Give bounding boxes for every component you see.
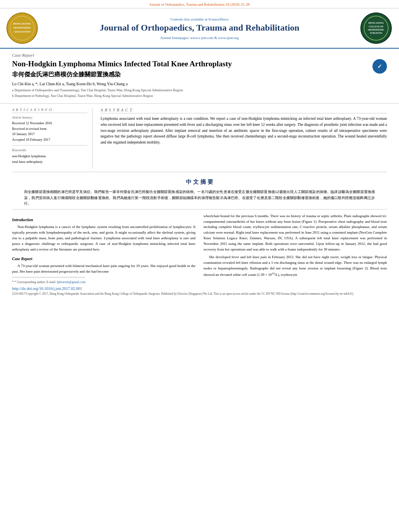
sciencedirect-link[interactable]: ScienceDirect — [208, 17, 228, 21]
article-title-chinese: 非何傑金氏淋巴癌模仿全膝關節置換感染 — [12, 71, 368, 78]
page: Journal of Orthopaedics, Trauma and Reha… — [0, 0, 399, 299]
article-title-english: Non-Hodgkin Lymphoma Mimics Infected Tot… — [12, 59, 368, 69]
cn-abstract-wrapper: 中 文 摘 要 與全膝關節置換相關的淋巴癌是罕見病症。我們報告一家非何傑金氏淋巴… — [0, 172, 399, 209]
cn-abstract-inner: 中 文 摘 要 與全膝關節置換相關的淋巴癌是罕見病症。我們報告一家非何傑金氏淋巴… — [12, 172, 387, 209]
logo-right-icon: HONG KONG COLLEGE OF ORTHOPAEDIC SURGEON… — [360, 12, 392, 44]
corresponding-footnote: * * Corresponding author. E-mail: lphswo… — [12, 280, 195, 285]
homepage-text: Journal homepages: www.e-jotr.com & www.… — [43, 36, 356, 40]
svg-text:ORTHOPAEDIC: ORTHOPAEDIC — [368, 29, 385, 31]
svg-text:COLLEGE OF: COLLEGE OF — [369, 25, 384, 28]
doi-link[interactable]: http://dx.doi.org/10.1016/j.jotr.2017.02… — [12, 286, 82, 291]
crossmark-badge: ✓ — [372, 59, 387, 74]
article-info-header: A R T I C L E I N F O — [12, 108, 87, 113]
body-columns: Introduction Non-Hodgkin lymphoma is a c… — [0, 214, 399, 285]
cn-abstract-text: 與全膝關節置換相關的淋巴癌是罕見病症。我們報告一家非何傑金氏淋巴癌擬仿全膝關節置… — [12, 189, 387, 206]
introduction-title: Introduction — [12, 217, 195, 223]
homepage-link1[interactable]: www.e-jotr.com — [190, 36, 214, 40]
keyword-2: total knee arthroplasty — [12, 159, 87, 164]
top-journal-bar: Journal of Orthopaedics, Trauma and Reha… — [0, 0, 399, 8]
svg-text:HONG KONG: HONG KONG — [13, 22, 31, 25]
journal-title: Journal of Orthopaedics, Trauma and Reha… — [43, 23, 356, 33]
body-left-column: Introduction Non-Hodgkin lymphoma is a c… — [12, 214, 195, 285]
article-info-abstract-columns: A R T I C L E I N F O Article history: R… — [0, 108, 399, 168]
cn-abstract-header: 中 文 摘 要 — [12, 179, 387, 186]
introduction-text: Non-Hodgkin lymphoma is a cancer of the … — [12, 224, 195, 253]
keywords-label: Keywords: — [12, 148, 87, 152]
article-title-block: Non-Hodgkin Lymphoma Mimics Infected Tot… — [12, 59, 368, 82]
affiliations: a Department of Orthopaedics and Traumat… — [12, 88, 387, 99]
article-title-section: Case Report Non-Hodgkin Lymphoma Mimics … — [0, 49, 399, 104]
article-info-section: A R T I C L E I N F O Article history: R… — [12, 108, 87, 164]
homepage-link2[interactable]: www.ejotr.org — [218, 36, 239, 40]
article-title-row: Non-Hodgkin Lymphoma Mimics Infected Tot… — [12, 59, 387, 82]
svg-text:ASSOCIATION: ASSOCIATION — [14, 31, 31, 33]
corresponding-email[interactable]: lphswork@gmail.com — [57, 280, 86, 284]
copyright-text: 2210-4917/Copyright © 2017, Hong Kong Or… — [0, 291, 399, 299]
abstract-column: A B S T R A C T Lymphoma associated with… — [101, 108, 387, 168]
history-label: Article history: — [12, 115, 87, 119]
svg-point-5 — [361, 13, 391, 43]
affiliation-b: b Department of Pathology, Yan Chai Hosp… — [12, 93, 387, 99]
logo-left-icon: HONG KONG ORTHOPAEDIC ASSOCIATION — [6, 12, 38, 44]
right-col-text-1: wheelchair-bound for the previous 6 mont… — [204, 214, 387, 253]
journal-header: HONG KONG ORTHOPAEDIC ASSOCIATION Conten… — [0, 8, 399, 49]
abstract-header: A B S T R A C T — [101, 108, 387, 113]
abstract-text: Lymphoma associated with total knee arth… — [101, 116, 387, 146]
case-report-title: Case Report — [12, 256, 195, 262]
case-report-label: Case Report — [12, 53, 387, 58]
doi-section: http://dx.doi.org/10.1016/j.jotr.2017.02… — [0, 285, 399, 291]
top-journal-text: Journal of Orthopaedics, Trauma and Reha… — [149, 2, 249, 6]
authors-list: Lo Chi-Kin a, *, Lai Chun-Kit a, Tsang K… — [12, 82, 387, 86]
svg-text:SURGEONS: SURGEONS — [370, 32, 382, 34]
svg-text:HONG KONG: HONG KONG — [368, 22, 384, 24]
affiliation-a: a Department of Orthopaedics and Traumat… — [12, 88, 387, 93]
article-info-column: A R T I C L E I N F O Article history: R… — [12, 108, 93, 168]
logo-left-container: HONG KONG ORTHOPAEDIC ASSOCIATION — [6, 12, 39, 45]
history-received: Received 12 November 2016 Received in re… — [12, 121, 87, 142]
svg-text:ORTHOPAEDIC: ORTHOPAEDIC — [13, 27, 31, 29]
keyword-1: non-Hodgkin lymphoma — [12, 153, 87, 159]
contents-text: Contents lists available at ScienceDirec… — [43, 17, 356, 21]
logo-right-container: HONG KONG COLLEGE OF ORTHOPAEDIC SURGEON… — [360, 12, 393, 45]
right-col-text-2: She developed fever and left knee pain i… — [204, 255, 387, 278]
header-center: Contents lists available at ScienceDirec… — [39, 17, 360, 39]
case-report-text: A 73-year-old woman presented with bilat… — [12, 263, 195, 275]
body-right-column: wheelchair-bound for the previous 6 mont… — [204, 214, 387, 285]
